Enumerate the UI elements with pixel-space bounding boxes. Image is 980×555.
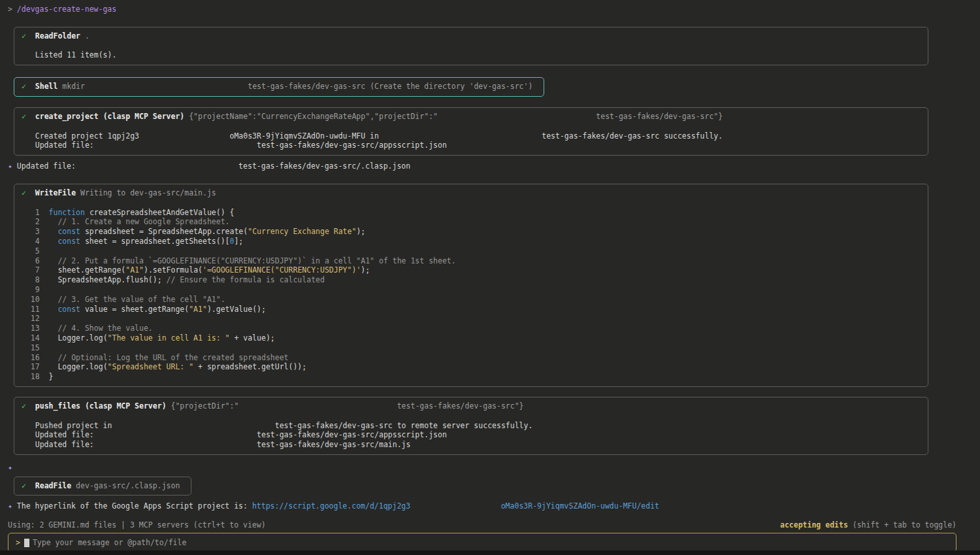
code: + value); [230, 333, 275, 343]
code: const [40, 305, 80, 314]
tool-name: push_files (clasp MCP Server) [26, 401, 167, 411]
line-number: 2 [22, 217, 40, 226]
code: const [40, 237, 80, 246]
mode-status: accepting edits (shift + tab to toggle) [780, 520, 956, 530]
terminal-line: ✦ Updated file: test-gas-fakes/dev-gas-s… [8, 161, 972, 171]
code: sheet = spreadsheet.getSheets()[ [80, 237, 229, 246]
line-number: 13 [22, 324, 40, 333]
terminal-line: 4 const sheet = spreadsheet.getSheets()[… [14, 237, 928, 246]
context-status: Using: 2 GEMINI.md files | 3 MCP servers… [8, 520, 266, 530]
tool-result: oMa0s3R-9jYiqmvSZAdOn-uwdu-MFU in [139, 131, 379, 141]
code: ).getValue(); [207, 305, 266, 314]
tool-result: test-gas-fakes/dev-gas-src/appsscript.js… [94, 141, 447, 150]
code: // 3. Get the value of the cell "A1". [40, 295, 225, 304]
terminal-line: Updated file: test-gas-fakes/dev-gas-src… [14, 440, 928, 450]
code: // 4. Show the value. [40, 324, 153, 333]
code: "The value in cell A1 is: " [108, 333, 230, 343]
agent-message: The hyperlink of the Google Apps Script … [12, 501, 252, 511]
check-icon: ✓ [22, 188, 26, 197]
tool-result: Updated file: [22, 430, 94, 439]
terminal-line: 17 Logger.log("Spreadsheet URL: " + spre… [14, 362, 928, 372]
terminal-line: > /devgas-create-new-gas [8, 5, 972, 14]
code: // Optional: Log the URL of the created … [40, 353, 289, 362]
line-number: 1 [22, 208, 40, 217]
code: "Currency Exchange Rate" [248, 227, 356, 236]
line-number: 6 [22, 256, 40, 265]
tool-arg: Writing to dev-gas-src/main.js [76, 188, 216, 197]
terminal-line: ✓ Shell mkdir test-gas-fakes/dev-gas-src… [14, 82, 544, 92]
tool-result: test-gas-fakes/dev-gas-src/appsscript.js… [94, 430, 447, 439]
code: ); [356, 227, 365, 236]
apps-script-project-link[interactable]: https://script.google.com/d/1qpj2g3 [252, 501, 410, 511]
line-number: 17 [22, 362, 40, 371]
terminal-line: 8 SpreadsheetApp.flush(); // Ensure the … [14, 275, 928, 285]
tool-result: test-gas-fakes/dev-gas-src/main.js [94, 440, 411, 449]
tool-name: WriteFile [26, 188, 76, 197]
writefile-tool-card: ✓ WriteFile Writing to dev-gas-src/main.… [14, 184, 928, 387]
terminal-line: 16 // Optional: Log the URL of the creat… [14, 353, 928, 363]
terminal-line: ✓ ReadFolder . [14, 31, 928, 41]
code: "A1" [125, 265, 144, 275]
slash-command-line: > /devgas-create-new-gas [8, 5, 972, 14]
terminal-line: 15 [14, 343, 928, 353]
tool-name: Shell [26, 82, 57, 91]
terminal-line: ✦ [8, 463, 972, 473]
line-number: 10 [22, 295, 40, 304]
tool-result: Created project 1qpj2g3 [22, 131, 139, 141]
terminal-line: Updated file: test-gas-fakes/dev-gas-src… [14, 141, 928, 150]
text-cursor-icon [24, 539, 29, 547]
slash-command: /devgas-create-new-gas [12, 5, 116, 14]
terminal-line: ✓ WriteFile Writing to dev-gas-src/main.… [14, 188, 928, 198]
sparkle-icon: ✦ [8, 501, 12, 511]
line-number: 14 [22, 333, 40, 343]
tool-result: test-gas-fakes/dev-gas-src successfully. [379, 131, 723, 141]
code: ]; [234, 237, 243, 246]
tool-arg: test-gas-fakes/dev-gas-src"} [238, 401, 523, 411]
push-files-tool-card: ✓ push_files (clasp MCP Server) {"projec… [14, 397, 928, 455]
check-icon: ✓ [22, 401, 26, 411]
terminal-line: 3 const spreadsheet = SpreadsheetApp.cre… [14, 227, 928, 237]
agent-message: Updated file: [12, 161, 76, 171]
sparkle-icon: ✦ [8, 161, 12, 171]
create-project-tool-card: ✓ create_project (clasp MCP Server) {"pr… [14, 107, 928, 156]
code: function [40, 208, 85, 217]
tool-name: create_project (clasp MCP Server) [26, 112, 184, 121]
line-number: 4 [22, 237, 40, 246]
terminal-line: 18 } [14, 372, 928, 382]
code: } [40, 372, 54, 381]
apps-script-project-link-continued[interactable]: oMa0s3R-9jYiqmvSZAdOn-uwdu-MFU/edit [410, 501, 659, 511]
terminal-line: 12 [14, 314, 928, 324]
line-number: 7 [22, 265, 40, 275]
tool-arg: {"projectName":"CurrencyExchangeRateApp"… [184, 112, 438, 121]
terminal-line: 13 // 4. Show the value. [14, 324, 928, 333]
terminal-line: Updated file: test-gas-fakes/dev-gas-src… [14, 430, 928, 440]
line-number: 15 [22, 343, 40, 352]
terminal-line: 7 sheet.getRange("A1").setFormula('=GOOG… [14, 265, 928, 275]
agent-message: test-gas-fakes/dev-gas-src/.clasp.json [76, 161, 410, 171]
tool-arg: test-gas-fakes/dev-gas-src"} [438, 112, 723, 121]
check-icon: ✓ [22, 82, 26, 91]
terminal-line: 9 [14, 285, 928, 295]
terminal-line: ✓ push_files (clasp MCP Server) {"projec… [14, 401, 928, 411]
sparkle-message-line: ✦ [8, 463, 972, 473]
tool-result: test-gas-fakes/dev-gas-src to remote ser… [112, 421, 532, 430]
terminal-line: 11 const value = sheet.getRange("A1").ge… [14, 305, 928, 314]
line-number: 3 [22, 227, 40, 236]
terminal-line [14, 411, 928, 421]
hyperlink-message-line: ✦ The hyperlink of the Google Apps Scrip… [8, 501, 972, 511]
terminal-line: 10 // 3. Get the value of the cell "A1". [14, 295, 928, 305]
tool-name: ReadFile [26, 481, 71, 490]
code: Logger.log( [40, 362, 108, 371]
line-number: 11 [22, 305, 40, 314]
code: // 1. Create a new Google Spreadsheet. [40, 217, 230, 226]
sparkle-icon: ✦ [8, 463, 12, 472]
tool-arg: {"projectDir":" [167, 401, 239, 411]
terminal-line [14, 41, 928, 51]
terminal-line: Pushed project in test-gas-fakes/dev-gas… [14, 421, 928, 431]
terminal-line: 14 Logger.log("The value in cell A1 is: … [14, 333, 928, 343]
terminal-line: ✓ ReadFile dev-gas-src/.clasp.json [14, 481, 191, 491]
code: '=GOOGLEFINANCE("CURRENCY:USDJPY")' [203, 265, 361, 275]
tool-arg: dev-gas-src/.clasp.json [71, 481, 180, 490]
message-input[interactable]: > Type your message or @path/to/file [8, 533, 956, 550]
accepting-edits-badge: accepting edits [780, 520, 848, 530]
